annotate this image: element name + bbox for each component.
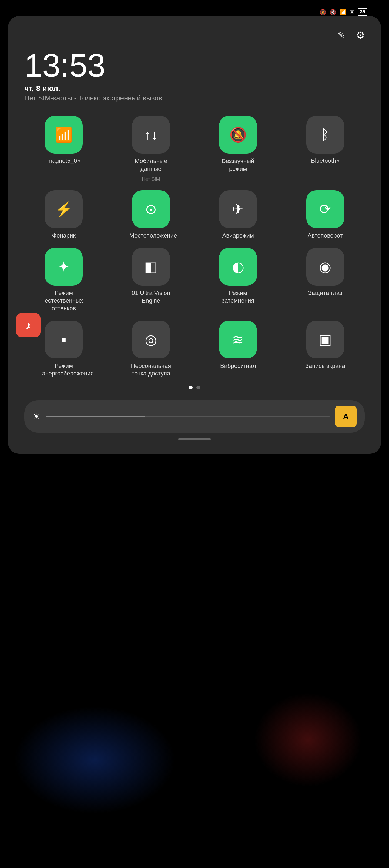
tile-hotspot[interactable]: ◎ Персональная точка доступа	[112, 321, 191, 378]
tile-icon-hotspot: ◎	[132, 321, 170, 359]
chevron-down-icon: ▾	[337, 158, 339, 163]
tile-label: magnet5_0	[47, 157, 77, 164]
tile-label: Авиарежим	[222, 232, 254, 240]
settings-icon[interactable]: ⚙	[356, 30, 365, 41]
tile-airplane[interactable]: ✈ Авиарежим	[199, 190, 278, 240]
page-dot-1	[189, 386, 193, 390]
tile-label: Фонарик	[52, 232, 76, 240]
tile-icon-airplane: ✈	[219, 190, 257, 228]
tile-label: Запись экрана	[305, 362, 345, 370]
chevron-down-icon: ▾	[78, 158, 80, 163]
tile-icon-flashlight: ⚡	[45, 190, 83, 228]
tile-icon-bluetooth: ᛒ	[306, 116, 344, 154]
tile-screen-record[interactable]: ▣ Запись экрана	[286, 321, 365, 378]
tile-icon-natural-colors: ✦	[45, 248, 83, 285]
bg-glow-red	[254, 692, 362, 787]
tile-autorotate[interactable]: ⟳ Автоповорот	[286, 190, 365, 240]
tile-icon-mobile-data: ↑↓	[132, 116, 170, 154]
tile-label: Защита глаз	[308, 289, 342, 297]
tile-label: 01 Ultra Vision Engine	[130, 289, 173, 305]
brightness-control[interactable]: ☀ А	[24, 400, 365, 433]
ringer-mute-icon: 🔇	[330, 9, 336, 16]
tile-label: Автоповорот	[308, 232, 343, 240]
tile-dim-mode[interactable]: ◐ Режим затемнения	[199, 248, 278, 313]
status-bar: 🔕 🔇 📶 ☒ 35	[319, 8, 367, 16]
tile-label: Беззвучный режим	[216, 157, 259, 173]
music-app-icon[interactable]: ♪	[16, 313, 40, 337]
tile-label: Мобильные данные	[130, 157, 173, 173]
tile-wifi[interactable]: ️📶 magnet5_0▾	[24, 116, 104, 182]
brightness-icon: ☀	[32, 411, 40, 422]
tile-label: Режим естественных оттенков	[42, 289, 85, 313]
panel-handle	[178, 438, 211, 440]
tile-eye-protect[interactable]: ◉ Защита глаз	[286, 248, 365, 313]
tile-icon-ultra-vision: ◧	[132, 248, 170, 285]
brightness-fill	[46, 416, 145, 417]
tile-icon-wifi: ️📶	[45, 116, 83, 154]
tile-location[interactable]: ⊙ Местоположение	[112, 190, 191, 240]
bg-glow-blue	[13, 706, 175, 814]
tile-icon-location: ⊙	[132, 190, 170, 228]
auto-brightness-button[interactable]: А	[335, 406, 357, 427]
tile-label: Персональная точка доступа	[130, 362, 173, 378]
battery-level: 35	[360, 9, 365, 14]
tile-flashlight[interactable]: ⚡ Фонарик	[24, 190, 104, 240]
tile-silent[interactable]: 🔕 Беззвучный режим	[199, 116, 278, 182]
page-dot-2	[196, 386, 200, 390]
tile-label: Режим энергосбережения	[42, 362, 85, 378]
tile-icon-screen-record: ▣	[306, 321, 344, 359]
tile-icon-vibrate: ≋	[219, 321, 257, 359]
quick-tiles-grid: ️📶 magnet5_0▾ ↑↓ Мобильные данныеНет SIM…	[24, 116, 365, 378]
tile-label: Вибросигнал	[220, 362, 256, 370]
clock-display: 13:53	[24, 49, 365, 82]
tile-ultra-vision[interactable]: ◧ 01 Ultra Vision Engine	[112, 248, 191, 313]
tile-natural-colors[interactable]: ✦ Режим естественных оттенков	[24, 248, 104, 313]
tile-icon-dim-mode: ◐	[219, 248, 257, 285]
page-indicator	[24, 386, 365, 390]
tile-icon-autorotate: ⟳	[306, 190, 344, 228]
tile-icon-eye-protect: ◉	[306, 248, 344, 285]
sim-status: Нет SIM-карты - Только экстренный вызов	[24, 94, 365, 102]
tile-label: Bluetooth	[311, 157, 336, 164]
edit-icon[interactable]: ✎	[338, 30, 345, 41]
battery-indicator: 35	[358, 8, 367, 16]
panel-header: ✎ ⚙	[24, 30, 365, 41]
tile-label: Местоположение	[130, 232, 173, 240]
tile-icon-battery-saver: ▪	[45, 321, 83, 359]
wifi-icon: 📶	[339, 9, 346, 16]
tile-bluetooth[interactable]: ᛒ Bluetooth▾	[286, 116, 365, 182]
notification-mute-icon: 🔕	[319, 9, 326, 16]
tile-label: Режим затемнения	[216, 289, 259, 305]
notification-panel: ✎ ⚙ 13:53 чт, 8 июл. Нет SIM-карты - Тол…	[8, 16, 381, 454]
tile-vibrate[interactable]: ≋ Вибросигнал	[199, 321, 278, 378]
tile-mobile-data[interactable]: ↑↓ Мобильные данныеНет SIM	[112, 116, 191, 182]
tile-icon-silent: 🔕	[219, 116, 257, 154]
brightness-track[interactable]	[46, 416, 330, 417]
sim-icon: ☒	[350, 9, 355, 16]
date-display: чт, 8 июл.	[24, 84, 365, 93]
